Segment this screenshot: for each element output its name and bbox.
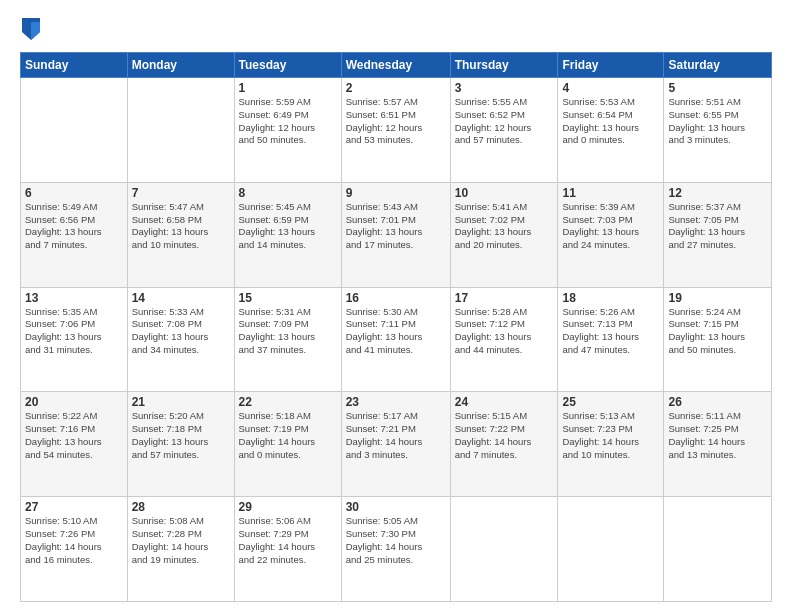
- calendar-week-row: 27Sunrise: 5:10 AM Sunset: 7:26 PM Dayli…: [21, 497, 772, 602]
- day-number: 24: [455, 395, 554, 409]
- day-number: 13: [25, 291, 123, 305]
- calendar-cell: 30Sunrise: 5:05 AM Sunset: 7:30 PM Dayli…: [341, 497, 450, 602]
- day-number: 17: [455, 291, 554, 305]
- calendar-cell: 25Sunrise: 5:13 AM Sunset: 7:23 PM Dayli…: [558, 392, 664, 497]
- day-number: 14: [132, 291, 230, 305]
- calendar-cell: 22Sunrise: 5:18 AM Sunset: 7:19 PM Dayli…: [234, 392, 341, 497]
- day-info: Sunrise: 5:39 AM Sunset: 7:03 PM Dayligh…: [562, 201, 659, 252]
- day-info: Sunrise: 5:15 AM Sunset: 7:22 PM Dayligh…: [455, 410, 554, 461]
- calendar-cell: 18Sunrise: 5:26 AM Sunset: 7:13 PM Dayli…: [558, 287, 664, 392]
- day-info: Sunrise: 5:45 AM Sunset: 6:59 PM Dayligh…: [239, 201, 337, 252]
- day-info: Sunrise: 5:33 AM Sunset: 7:08 PM Dayligh…: [132, 306, 230, 357]
- calendar-cell: [127, 78, 234, 183]
- weekday-header: Saturday: [664, 53, 772, 78]
- day-number: 4: [562, 81, 659, 95]
- day-info: Sunrise: 5:22 AM Sunset: 7:16 PM Dayligh…: [25, 410, 123, 461]
- weekday-header: Tuesday: [234, 53, 341, 78]
- calendar-cell: 21Sunrise: 5:20 AM Sunset: 7:18 PM Dayli…: [127, 392, 234, 497]
- day-number: 29: [239, 500, 337, 514]
- calendar-cell: 17Sunrise: 5:28 AM Sunset: 7:12 PM Dayli…: [450, 287, 558, 392]
- day-info: Sunrise: 5:28 AM Sunset: 7:12 PM Dayligh…: [455, 306, 554, 357]
- day-info: Sunrise: 5:11 AM Sunset: 7:25 PM Dayligh…: [668, 410, 767, 461]
- day-number: 27: [25, 500, 123, 514]
- day-info: Sunrise: 5:47 AM Sunset: 6:58 PM Dayligh…: [132, 201, 230, 252]
- day-number: 3: [455, 81, 554, 95]
- calendar-cell: 14Sunrise: 5:33 AM Sunset: 7:08 PM Dayli…: [127, 287, 234, 392]
- day-info: Sunrise: 5:35 AM Sunset: 7:06 PM Dayligh…: [25, 306, 123, 357]
- day-number: 22: [239, 395, 337, 409]
- day-info: Sunrise: 5:18 AM Sunset: 7:19 PM Dayligh…: [239, 410, 337, 461]
- day-number: 21: [132, 395, 230, 409]
- calendar-cell: 12Sunrise: 5:37 AM Sunset: 7:05 PM Dayli…: [664, 182, 772, 287]
- calendar-cell: 27Sunrise: 5:10 AM Sunset: 7:26 PM Dayli…: [21, 497, 128, 602]
- calendar-cell: 11Sunrise: 5:39 AM Sunset: 7:03 PM Dayli…: [558, 182, 664, 287]
- calendar-cell: 20Sunrise: 5:22 AM Sunset: 7:16 PM Dayli…: [21, 392, 128, 497]
- calendar-cell: 23Sunrise: 5:17 AM Sunset: 7:21 PM Dayli…: [341, 392, 450, 497]
- svg-marker-1: [31, 22, 40, 40]
- calendar-cell: [558, 497, 664, 602]
- calendar-cell: [450, 497, 558, 602]
- day-number: 25: [562, 395, 659, 409]
- calendar-cell: 28Sunrise: 5:08 AM Sunset: 7:28 PM Dayli…: [127, 497, 234, 602]
- day-number: 28: [132, 500, 230, 514]
- calendar-cell: 9Sunrise: 5:43 AM Sunset: 7:01 PM Daylig…: [341, 182, 450, 287]
- day-info: Sunrise: 5:41 AM Sunset: 7:02 PM Dayligh…: [455, 201, 554, 252]
- day-info: Sunrise: 5:31 AM Sunset: 7:09 PM Dayligh…: [239, 306, 337, 357]
- logo-icon: [22, 18, 40, 40]
- weekday-header: Thursday: [450, 53, 558, 78]
- day-info: Sunrise: 5:08 AM Sunset: 7:28 PM Dayligh…: [132, 515, 230, 566]
- calendar-cell: 2Sunrise: 5:57 AM Sunset: 6:51 PM Daylig…: [341, 78, 450, 183]
- day-info: Sunrise: 5:26 AM Sunset: 7:13 PM Dayligh…: [562, 306, 659, 357]
- calendar-week-row: 13Sunrise: 5:35 AM Sunset: 7:06 PM Dayli…: [21, 287, 772, 392]
- calendar-header-row: SundayMondayTuesdayWednesdayThursdayFrid…: [21, 53, 772, 78]
- page-header: [20, 18, 772, 40]
- calendar-week-row: 1Sunrise: 5:59 AM Sunset: 6:49 PM Daylig…: [21, 78, 772, 183]
- day-number: 26: [668, 395, 767, 409]
- day-number: 7: [132, 186, 230, 200]
- calendar-table: SundayMondayTuesdayWednesdayThursdayFrid…: [20, 52, 772, 602]
- day-number: 12: [668, 186, 767, 200]
- weekday-header: Monday: [127, 53, 234, 78]
- day-info: Sunrise: 5:37 AM Sunset: 7:05 PM Dayligh…: [668, 201, 767, 252]
- day-info: Sunrise: 5:49 AM Sunset: 6:56 PM Dayligh…: [25, 201, 123, 252]
- day-info: Sunrise: 5:17 AM Sunset: 7:21 PM Dayligh…: [346, 410, 446, 461]
- calendar-cell: [664, 497, 772, 602]
- day-number: 18: [562, 291, 659, 305]
- day-info: Sunrise: 5:06 AM Sunset: 7:29 PM Dayligh…: [239, 515, 337, 566]
- calendar-cell: 10Sunrise: 5:41 AM Sunset: 7:02 PM Dayli…: [450, 182, 558, 287]
- calendar-cell: 13Sunrise: 5:35 AM Sunset: 7:06 PM Dayli…: [21, 287, 128, 392]
- weekday-header: Wednesday: [341, 53, 450, 78]
- day-number: 11: [562, 186, 659, 200]
- calendar-cell: 19Sunrise: 5:24 AM Sunset: 7:15 PM Dayli…: [664, 287, 772, 392]
- day-number: 8: [239, 186, 337, 200]
- day-number: 19: [668, 291, 767, 305]
- day-number: 30: [346, 500, 446, 514]
- day-number: 6: [25, 186, 123, 200]
- calendar-cell: 26Sunrise: 5:11 AM Sunset: 7:25 PM Dayli…: [664, 392, 772, 497]
- day-number: 1: [239, 81, 337, 95]
- calendar-cell: 7Sunrise: 5:47 AM Sunset: 6:58 PM Daylig…: [127, 182, 234, 287]
- day-number: 15: [239, 291, 337, 305]
- day-info: Sunrise: 5:05 AM Sunset: 7:30 PM Dayligh…: [346, 515, 446, 566]
- calendar-cell: 16Sunrise: 5:30 AM Sunset: 7:11 PM Dayli…: [341, 287, 450, 392]
- day-number: 9: [346, 186, 446, 200]
- calendar-cell: 1Sunrise: 5:59 AM Sunset: 6:49 PM Daylig…: [234, 78, 341, 183]
- calendar-cell: 8Sunrise: 5:45 AM Sunset: 6:59 PM Daylig…: [234, 182, 341, 287]
- day-info: Sunrise: 5:20 AM Sunset: 7:18 PM Dayligh…: [132, 410, 230, 461]
- calendar-cell: 24Sunrise: 5:15 AM Sunset: 7:22 PM Dayli…: [450, 392, 558, 497]
- day-info: Sunrise: 5:51 AM Sunset: 6:55 PM Dayligh…: [668, 96, 767, 147]
- weekday-header: Sunday: [21, 53, 128, 78]
- calendar-cell: 4Sunrise: 5:53 AM Sunset: 6:54 PM Daylig…: [558, 78, 664, 183]
- calendar-cell: 15Sunrise: 5:31 AM Sunset: 7:09 PM Dayli…: [234, 287, 341, 392]
- day-info: Sunrise: 5:53 AM Sunset: 6:54 PM Dayligh…: [562, 96, 659, 147]
- day-info: Sunrise: 5:24 AM Sunset: 7:15 PM Dayligh…: [668, 306, 767, 357]
- weekday-header: Friday: [558, 53, 664, 78]
- day-number: 16: [346, 291, 446, 305]
- day-number: 10: [455, 186, 554, 200]
- calendar-week-row: 6Sunrise: 5:49 AM Sunset: 6:56 PM Daylig…: [21, 182, 772, 287]
- day-info: Sunrise: 5:57 AM Sunset: 6:51 PM Dayligh…: [346, 96, 446, 147]
- day-number: 23: [346, 395, 446, 409]
- day-number: 2: [346, 81, 446, 95]
- day-number: 20: [25, 395, 123, 409]
- day-number: 5: [668, 81, 767, 95]
